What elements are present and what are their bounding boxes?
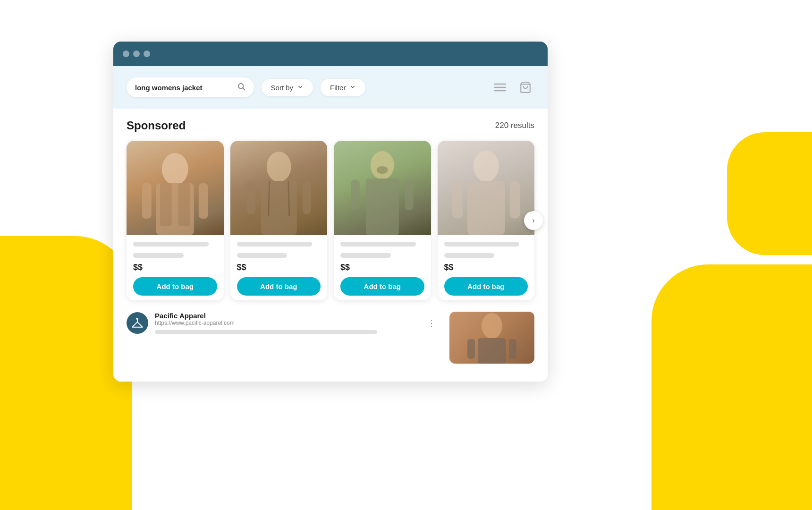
cart-icon-button[interactable] [516, 78, 534, 96]
sort-label: Sort by [271, 84, 294, 92]
product-image-4 [438, 141, 535, 235]
svg-rect-19 [366, 178, 399, 235]
product-image-2 [230, 141, 328, 235]
add-to-bag-button-1[interactable]: Add to bag [133, 277, 217, 296]
svg-rect-17 [302, 181, 311, 214]
product-name-bar-short-4 [444, 253, 495, 258]
product-price-3: $$ [340, 263, 424, 272]
product-image-3 [334, 141, 431, 235]
product-name-bar-2 [237, 242, 313, 246]
svg-rect-24 [467, 181, 505, 235]
product-figure-3 [334, 141, 431, 235]
product-card-body-1: $$ Add to bag [127, 235, 224, 300]
filter-label: Filter [330, 84, 346, 92]
product-card-body-4: $$ Add to bag [438, 235, 535, 300]
brand-name: Pacific Apparel [155, 312, 416, 320]
brand-card: Pacific Apparel https://www.pacific-appa… [127, 312, 440, 334]
svg-rect-11 [199, 183, 208, 219]
svg-rect-29 [478, 338, 506, 364]
browser-dot-1 [123, 51, 129, 57]
filter-button[interactable]: Filter [321, 79, 365, 96]
bottom-section: Pacific Apparel https://www.pacific-appa… [127, 312, 534, 364]
product-card-3: $$ Add to bag [334, 141, 431, 300]
products-grid: $$ Add to bag [127, 141, 534, 300]
browser-dot-2 [133, 51, 140, 57]
bg-yellow-left [0, 236, 132, 510]
section-header: Sponsored 220 results [127, 119, 534, 132]
sort-chevron-icon [297, 84, 304, 92]
product-price-2: $$ [237, 263, 321, 272]
main-content: Sponsored 220 results [113, 109, 548, 382]
svg-point-6 [162, 153, 188, 185]
filter-chevron-icon [349, 84, 356, 92]
product-card-body-3: $$ Add to bag [334, 235, 431, 300]
product-name-bar-3 [340, 242, 416, 246]
svg-point-23 [473, 151, 499, 182]
svg-point-12 [266, 152, 291, 182]
product-card-body-2: $$ Add to bag [230, 235, 328, 300]
svg-rect-26 [509, 181, 520, 219]
product-name-bar-short-1 [133, 253, 184, 258]
search-input[interactable] [135, 84, 232, 92]
svg-rect-10 [142, 183, 152, 219]
sort-button[interactable]: Sort by [262, 79, 313, 96]
svg-rect-9 [178, 183, 190, 226]
add-to-bag-button-3[interactable]: Add to bag [340, 277, 424, 296]
svg-point-28 [482, 313, 502, 339]
svg-rect-21 [405, 179, 414, 210]
product-image-1 [127, 141, 224, 235]
svg-rect-30 [467, 339, 475, 359]
brand-avatar [127, 312, 148, 334]
product-name-bar-short-3 [340, 253, 391, 258]
svg-point-18 [371, 151, 394, 179]
brand-card-bar [155, 330, 377, 334]
product-price-4: $$ [444, 263, 528, 272]
svg-point-22 [377, 166, 388, 174]
svg-rect-20 [351, 179, 360, 210]
browser-titlebar [113, 42, 548, 66]
svg-rect-16 [246, 181, 255, 214]
product-name-bar-short-2 [237, 253, 288, 258]
browser-window: Sort by Filter [113, 42, 548, 382]
svg-line-1 [243, 88, 245, 90]
product-figure-1 [127, 141, 224, 235]
carousel-next-button[interactable]: › [524, 211, 543, 230]
product-figure-4 [438, 141, 535, 235]
bg-yellow-right-top [727, 132, 812, 255]
hanger-icon [131, 317, 144, 329]
search-icon [237, 82, 245, 93]
product-name-bar-4 [444, 242, 520, 246]
product-name-bar-1 [133, 242, 209, 246]
svg-rect-8 [160, 183, 172, 226]
brand-info: Pacific Apparel https://www.pacific-appa… [155, 312, 416, 334]
results-count: 220 results [495, 121, 534, 130]
product-card-2: $$ Add to bag [230, 141, 328, 300]
svg-line-15 [288, 181, 289, 216]
svg-rect-25 [452, 181, 462, 219]
brand-dots-button[interactable]: ⋮ [423, 315, 440, 331]
brand-url: https://www.pacific-apparel.com [155, 320, 416, 326]
sponsored-title: Sponsored [127, 119, 186, 132]
menu-icon-button[interactable] [491, 80, 509, 95]
browser-dot-3 [144, 51, 150, 57]
add-to-bag-button-2[interactable]: Add to bag [237, 277, 321, 296]
search-box-container [127, 77, 254, 97]
svg-line-14 [268, 181, 269, 216]
bg-yellow-right [651, 264, 812, 510]
cart-icon [519, 81, 532, 94]
product-card-1: $$ Add to bag [127, 141, 224, 300]
menu-icon [494, 83, 506, 92]
add-to-bag-button-4[interactable]: Add to bag [444, 277, 528, 296]
product-price-1: $$ [133, 263, 217, 272]
svg-rect-13 [261, 181, 296, 235]
svg-rect-31 [509, 339, 516, 359]
second-product-thumbnail [449, 312, 534, 364]
product-card-4: $$ Add to bag [438, 141, 535, 300]
search-toolbar: Sort by Filter [113, 66, 548, 109]
product-figure-2 [230, 141, 328, 235]
thumbnail-figure [449, 312, 534, 364]
